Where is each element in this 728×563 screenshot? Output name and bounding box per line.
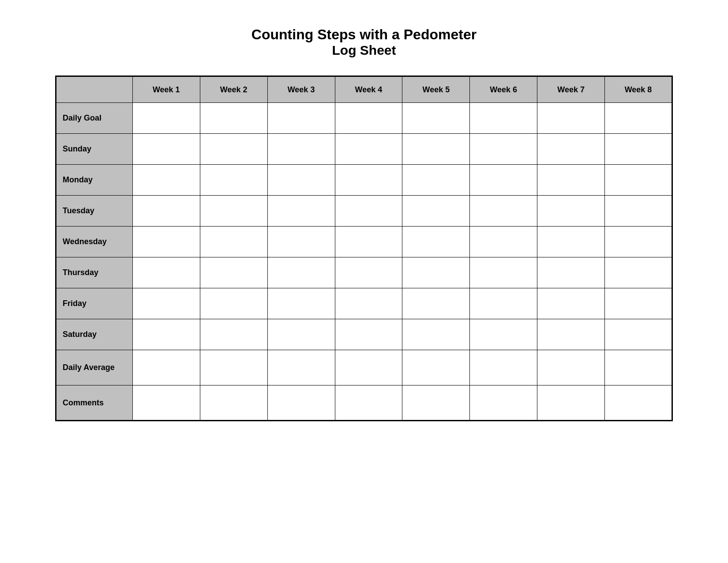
table-row: Comments [56,385,672,421]
table-row: Thursday [56,257,672,288]
cell-0-week1[interactable] [132,103,200,134]
cell-4-week1[interactable] [132,227,200,257]
cell-7-week6[interactable] [470,319,537,350]
cell-0-week8[interactable] [605,103,672,134]
cell-6-week1[interactable] [132,288,200,319]
cell-3-week1[interactable] [132,196,200,227]
cell-1-week7[interactable] [537,134,605,165]
cell-3-week8[interactable] [605,196,672,227]
cell-4-week6[interactable] [470,227,537,257]
cell-6-week6[interactable] [470,288,537,319]
cell-4-week7[interactable] [537,227,605,257]
cell-0-week7[interactable] [537,103,605,134]
row-label-monday: Monday [56,165,133,196]
cell-1-week1[interactable] [132,134,200,165]
cell-3-week3[interactable] [267,196,335,227]
cell-7-week7[interactable] [537,319,605,350]
cell-1-week8[interactable] [605,134,672,165]
cell-8-week2[interactable] [200,350,267,385]
cell-0-week3[interactable] [267,103,335,134]
table-row: Daily Goal [56,103,672,134]
cell-7-week4[interactable] [335,319,402,350]
cell-3-week7[interactable] [537,196,605,227]
cell-9-week8[interactable] [605,385,672,421]
cell-4-week5[interactable] [402,227,470,257]
cell-5-week6[interactable] [470,257,537,288]
cell-8-week3[interactable] [267,350,335,385]
cell-9-week2[interactable] [200,385,267,421]
cell-8-week8[interactable] [605,350,672,385]
cell-6-week8[interactable] [605,288,672,319]
cell-9-week4[interactable] [335,385,402,421]
cell-5-week3[interactable] [267,257,335,288]
cell-7-week1[interactable] [132,319,200,350]
cell-6-week5[interactable] [402,288,470,319]
cell-6-week3[interactable] [267,288,335,319]
cell-6-week2[interactable] [200,288,267,319]
cell-5-week8[interactable] [605,257,672,288]
cell-9-week6[interactable] [470,385,537,421]
cell-5-week5[interactable] [402,257,470,288]
table-row: Sunday [56,134,672,165]
cell-8-week7[interactable] [537,350,605,385]
cell-2-week5[interactable] [402,165,470,196]
cell-1-week6[interactable] [470,134,537,165]
cell-2-week1[interactable] [132,165,200,196]
cell-9-week5[interactable] [402,385,470,421]
table-row: Wednesday [56,227,672,257]
cell-1-week2[interactable] [200,134,267,165]
cell-1-week4[interactable] [335,134,402,165]
cell-2-week6[interactable] [470,165,537,196]
cell-9-week7[interactable] [537,385,605,421]
cell-3-week4[interactable] [335,196,402,227]
cell-2-week8[interactable] [605,165,672,196]
cell-7-week3[interactable] [267,319,335,350]
cell-8-week1[interactable] [132,350,200,385]
cell-0-week6[interactable] [470,103,537,134]
cell-5-week7[interactable] [537,257,605,288]
cell-7-week5[interactable] [402,319,470,350]
cell-0-week4[interactable] [335,103,402,134]
cell-6-week4[interactable] [335,288,402,319]
cell-7-week8[interactable] [605,319,672,350]
cell-0-week5[interactable] [402,103,470,134]
row-label-sunday: Sunday [56,134,133,165]
header-week1: Week 1 [132,76,200,103]
cell-5-week4[interactable] [335,257,402,288]
header-week8: Week 8 [605,76,672,103]
table-row: Tuesday [56,196,672,227]
cell-6-week7[interactable] [537,288,605,319]
cell-8-week6[interactable] [470,350,537,385]
cell-7-week2[interactable] [200,319,267,350]
cell-2-week3[interactable] [267,165,335,196]
cell-9-week3[interactable] [267,385,335,421]
row-label-comments: Comments [56,385,133,421]
cell-8-week4[interactable] [335,350,402,385]
row-label-thursday: Thursday [56,257,133,288]
cell-2-week4[interactable] [335,165,402,196]
row-label-daily-average: Daily Average [56,350,133,385]
header-week3: Week 3 [267,76,335,103]
cell-3-week5[interactable] [402,196,470,227]
cell-5-week2[interactable] [200,257,267,288]
cell-8-week5[interactable] [402,350,470,385]
cell-2-week7[interactable] [537,165,605,196]
log-table: Week 1 Week 2 Week 3 Week 4 Week 5 Week … [55,76,673,421]
cell-4-week3[interactable] [267,227,335,257]
cell-3-week2[interactable] [200,196,267,227]
header-week6: Week 6 [470,76,537,103]
cell-1-week3[interactable] [267,134,335,165]
cell-4-week8[interactable] [605,227,672,257]
table-row: Monday [56,165,672,196]
cell-1-week5[interactable] [402,134,470,165]
cell-4-week2[interactable] [200,227,267,257]
cell-0-week2[interactable] [200,103,267,134]
cell-2-week2[interactable] [200,165,267,196]
cell-5-week1[interactable] [132,257,200,288]
cell-3-week6[interactable] [470,196,537,227]
cell-4-week4[interactable] [335,227,402,257]
row-label-wednesday: Wednesday [56,227,133,257]
cell-9-week1[interactable] [132,385,200,421]
table-row: Saturday [56,319,672,350]
table-row: Friday [56,288,672,319]
